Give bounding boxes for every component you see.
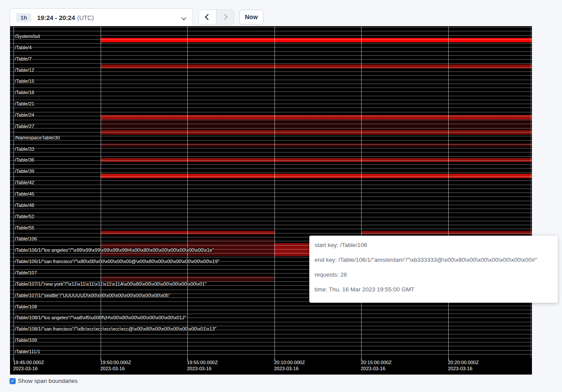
axis-time: 19:55:00.000Z [187,360,218,366]
row-label: /Table/4 [15,45,32,50]
row-label: /Table/106/1/"san francisco"/"\x80\x00\x… [15,259,220,264]
row-label: /System/tsd [15,34,40,39]
span-boundary-lines [10,27,532,358]
key-visualizer-page: 1h 19:24 - 20:24 (UTC) Now /System/tsd/T… [0,0,562,392]
now-button[interactable]: Now [239,10,264,24]
row-label: /Table/24 [15,112,34,118]
grid-line [101,27,101,358]
prev-range-button[interactable] [199,10,216,24]
row-label: /Table/21 [15,101,34,106]
footer-controls: ✓ Show span boundaries [10,378,78,384]
row-label: /Table/109 [15,338,37,343]
row-label: /Table/111/1 [15,349,40,354]
chevron-left-icon [205,14,211,20]
grid-line-right-edge [531,27,531,358]
check-icon: ✓ [10,378,14,383]
axis-time: 20:15:00.000Z [361,360,392,366]
row-label: /Table/18 [15,90,34,95]
row-label: /Table/27 [15,124,34,129]
row-label: /Table/108/1/"los angeles"/"\xa8\xf5\u00… [15,315,186,320]
axis-date: 2023-03-16 [361,366,392,372]
tooltip-line: time: Thu, 16 Mar 2023 19:55:00 GMT [315,285,552,294]
key-visualizer-heatmap[interactable]: /System/tsd/Table/4/Table/7/Table/12/Tab… [10,26,532,375]
grid-line [361,27,362,358]
axis-date: 2023-03-16 [13,366,44,372]
axis-time: 20:10:00.000Z [274,360,305,366]
row-label: /Table/33 [15,146,34,152]
axis-time: 19:50:00.000Z [100,360,131,366]
axis-tick-label: 19:55:00.000Z2023-03-16 [187,360,218,372]
row-label: /Table/36 [15,157,34,162]
row-label: /Table/42 [15,180,34,185]
row-label: /Table/106/1/"los angeles"/"\x99\x99\x99… [15,247,214,253]
row-label: /Table/48 [15,203,34,208]
grid-line [274,27,275,358]
range-timezone: (UTC) [77,14,94,21]
row-label: /Table/15 [15,78,34,84]
axis-date: 2023-03-16 [100,366,131,372]
row-label: /NamespaceTable/30 [15,135,60,140]
axis-date: 2023-03-16 [274,366,305,372]
row-label: /Table/107 [15,270,37,275]
row-label: /Table/107/1/"new york"/"\x11\x11\x11\x1… [15,281,207,287]
row-label: /Table/107/1/"seattle"/"UUUUUUD\x00\x80\… [15,293,170,298]
row-label: /Table/108/1/"san francisco"/"\x8c\xcc\x… [15,326,217,331]
axis-time: 19:45:00.000Z [13,360,44,366]
row-label: /Table/39 [15,169,34,174]
row-label: /Table/12 [15,68,34,73]
time-range-select[interactable]: 1h 19:24 - 20:24 (UTC) [10,8,193,27]
hover-tooltip: start key: /Table/106end key: /Table/106… [309,236,558,303]
chevron-right-icon [221,14,227,20]
row-label: /Table/7 [15,56,32,61]
row-label: /Table/52 [15,214,34,219]
tooltip-line: requests: 28 [315,270,552,279]
range-duration-badge: 1h [16,13,31,22]
toolbar: 1h 19:24 - 20:24 (UTC) Now [10,8,264,27]
tooltip-line: start key: /Table/106 [315,241,552,249]
row-label: /Table/55 [15,225,34,230]
axis-time: 20:20:00.000Z [448,360,479,366]
range-text: 19:24 - 20:24 [37,14,75,21]
axis-tick-label: 20:20:00.000Z2023-03-16 [448,360,479,372]
tooltip-line: end key: /Table/106/1/"amsterdam"/"\xb33… [315,256,552,264]
axis-tick-label: 19:45:00.000Z2023-03-16 [13,360,44,372]
axis-date: 2023-03-16 [448,366,479,372]
row-label: /Table/106 [15,236,37,241]
grid-line [448,27,449,358]
row-label: /Table/108 [15,304,37,309]
time-nav-group [198,10,234,24]
heatmap-plot[interactable]: /System/tsd/Table/4/Table/7/Table/12/Tab… [10,26,532,358]
next-range-button[interactable] [216,10,234,24]
axis-date: 2023-03-16 [187,366,218,372]
show-span-boundaries-checkbox[interactable]: ✓ [10,378,16,384]
show-span-boundaries-label: Show span boundaries [18,378,78,384]
chevron-down-icon [182,16,186,20]
grid-line [187,27,188,358]
axis-tick-label: 20:10:00.000Z2023-03-16 [274,360,305,372]
axis-tick-label: 20:15:00.000Z2023-03-16 [361,360,392,372]
grid-line [14,27,14,358]
row-label: /Table/45 [15,191,34,196]
axis-tick-label: 19:50:00.000Z2023-03-16 [100,360,131,372]
